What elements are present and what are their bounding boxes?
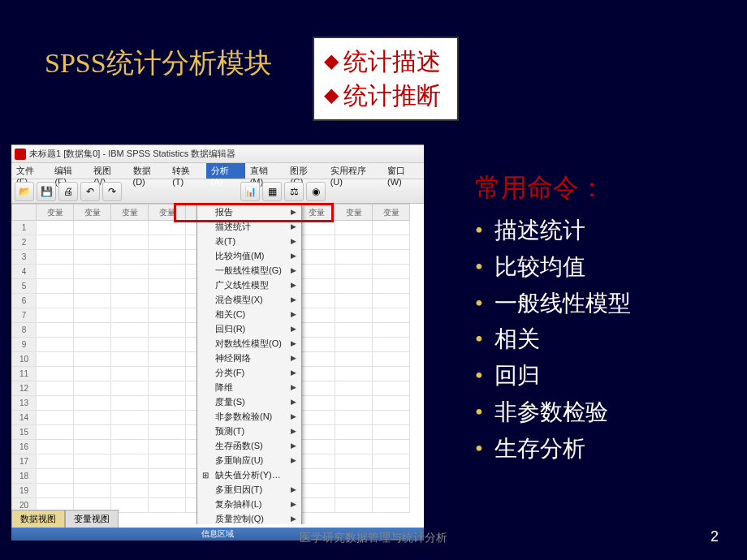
- row-num[interactable]: 10: [12, 352, 37, 367]
- diamond-icon: ◆: [324, 82, 339, 110]
- submenu-arrow-icon: ▶: [291, 354, 296, 362]
- menu-view[interactable]: 视图(V): [89, 163, 127, 179]
- menu-file[interactable]: 文件(F): [11, 163, 50, 179]
- tab-data-view[interactable]: 数据视图: [11, 510, 65, 528]
- analyze-dropdown[interactable]: 报告▶ 描述统计▶ 表(T)▶ 比较均值(M)▶ 一般线性模型(G)▶ 广义线性…: [196, 204, 302, 524]
- col-header[interactable]: 变量: [37, 205, 74, 221]
- command-list: 描述统计 比较均值 一般线性模型 相关 回归 非参数检验 生存分析: [475, 213, 631, 467]
- footer-text: 医学研究数据管理与统计分析: [300, 531, 447, 545]
- list-item: 生存分析: [475, 431, 631, 467]
- menu-tables[interactable]: 表(T)▶: [197, 234, 301, 248]
- open-icon[interactable]: 📂: [15, 182, 34, 201]
- col-header[interactable]: 变量: [149, 205, 186, 221]
- menu-graphs[interactable]: 图形(G): [285, 163, 325, 179]
- menu-utilities[interactable]: 实用程序(U): [326, 163, 382, 179]
- menu-compare-means[interactable]: 比较均值(M)▶: [197, 248, 301, 263]
- menu-loglinear[interactable]: 对数线性模型(O)▶: [197, 336, 301, 351]
- col-header[interactable]: 变量: [111, 205, 149, 221]
- row-num[interactable]: 6: [12, 294, 37, 308]
- save-icon[interactable]: 💾: [37, 182, 56, 201]
- menu-analyze[interactable]: 分析(A): [206, 163, 245, 179]
- menu-transform[interactable]: 转换(T): [167, 163, 205, 179]
- col-header[interactable]: 变量: [298, 205, 335, 221]
- list-item: 非参数检验: [475, 394, 631, 431]
- menu-direct[interactable]: 直销(M): [245, 163, 286, 179]
- chart-icon[interactable]: 📊: [240, 182, 260, 201]
- submenu-arrow-icon: ▶: [291, 442, 296, 450]
- menu-regression[interactable]: 回归(R)▶: [197, 321, 301, 336]
- app-icon: [15, 149, 26, 160]
- menu-neural[interactable]: 神经网络▶: [197, 351, 301, 365]
- menu-glm[interactable]: 一般线性模型(G)▶: [197, 263, 301, 278]
- view-tabs[interactable]: 数据视图 变量视图: [11, 510, 119, 528]
- row-num[interactable]: 3: [12, 250, 37, 265]
- row-num[interactable]: 9: [12, 338, 37, 352]
- list-item: 回归: [475, 358, 631, 394]
- menu-scale[interactable]: 度量(S)▶: [197, 394, 301, 409]
- menu-multiple-imputation[interactable]: 多重归因(T)▶: [197, 482, 301, 497]
- menu-nonparametric[interactable]: 非参数检验(N)▶: [197, 409, 301, 424]
- submenu-arrow-icon: ▶: [291, 295, 296, 304]
- col-header[interactable]: 变量: [373, 205, 410, 221]
- row-num[interactable]: 11: [12, 367, 37, 381]
- menu-quality[interactable]: 质量控制(Q)▶: [197, 511, 301, 524]
- menu-classify[interactable]: 分类(F)▶: [197, 365, 301, 380]
- menu-edit[interactable]: 编辑(E): [50, 163, 89, 179]
- right-title: 常用命令：: [475, 170, 631, 206]
- submenu-arrow-icon: ▶: [291, 266, 296, 274]
- menu-descriptives[interactable]: 描述统计▶: [197, 219, 301, 234]
- menu-report[interactable]: 报告▶: [197, 205, 301, 219]
- missing-icon: ⊞: [200, 469, 211, 480]
- row-num[interactable]: 7: [12, 308, 37, 323]
- menu-missing[interactable]: ⊞缺失值分析(Y)…: [197, 467, 301, 482]
- row-num[interactable]: 15: [12, 425, 37, 440]
- row-num[interactable]: 16: [12, 440, 37, 454]
- stats-box: ◆ 统计描述 ◆ 统计推断: [313, 37, 459, 121]
- row-num[interactable]: 8: [12, 323, 37, 338]
- submenu-arrow-icon: ▶: [291, 456, 296, 464]
- menu-data[interactable]: 数据(D): [128, 163, 168, 179]
- submenu-arrow-icon: ▶: [291, 368, 296, 377]
- menubar[interactable]: 文件(F) 编辑(E) 视图(V) 数据(D) 转换(T) 分析(A) 直销(M…: [11, 163, 424, 179]
- row-num[interactable]: 5: [12, 279, 37, 294]
- menu-generalized[interactable]: 广义线性模型▶: [197, 278, 301, 292]
- row-num[interactable]: 13: [12, 396, 37, 411]
- list-item: 比较均值: [475, 249, 631, 286]
- menu-complex-samples[interactable]: 复杂抽样(L)▶: [197, 497, 301, 511]
- list-item: 一般线性模型: [475, 286, 631, 322]
- row-num[interactable]: 18: [12, 469, 37, 484]
- row-num[interactable]: 17: [12, 454, 37, 469]
- submenu-arrow-icon: ▶: [291, 339, 296, 347]
- menu-correlate[interactable]: 相关(C)▶: [197, 307, 301, 321]
- page-number: 2: [710, 528, 719, 545]
- submenu-arrow-icon: ▶: [291, 281, 296, 289]
- print-icon[interactable]: 🖨: [58, 182, 78, 201]
- menu-multiresponse[interactable]: 多重响应(U)▶: [197, 453, 301, 467]
- menu-survival[interactable]: 生存函数(S)▶: [197, 438, 301, 453]
- col-header[interactable]: 变量: [74, 205, 111, 221]
- col-header[interactable]: 变量: [335, 205, 373, 221]
- row-num[interactable]: 4: [12, 265, 37, 279]
- row-num[interactable]: 14: [12, 411, 37, 425]
- list-item: 相关: [475, 321, 631, 358]
- row-num[interactable]: 19: [12, 484, 37, 498]
- submenu-arrow-icon: ▶: [291, 485, 296, 493]
- misc-icon[interactable]: ◉: [306, 182, 326, 201]
- undo-icon[interactable]: ↷: [102, 182, 122, 201]
- menu-window[interactable]: 窗口(W): [382, 163, 424, 179]
- stats-item-1: ◆ 统计描述: [324, 45, 441, 79]
- data-grid[interactable]: 变量 变量 变量 变量 变量 变量 变量 变量 变量 变量 1 2 3 4 5 …: [11, 204, 424, 524]
- menu-reduction[interactable]: 降维▶: [197, 380, 301, 394]
- grid-icon[interactable]: ▦: [262, 182, 282, 201]
- row-num[interactable]: 2: [12, 235, 37, 250]
- stats-text-2: 统计推断: [343, 79, 441, 113]
- diamond-icon: ◆: [324, 48, 339, 75]
- row-num[interactable]: 12: [12, 381, 37, 396]
- recall-icon[interactable]: ↶: [80, 182, 100, 201]
- tab-variable-view[interactable]: 变量视图: [65, 510, 119, 528]
- stats-item-2: ◆ 统计推断: [324, 79, 441, 113]
- menu-forecast[interactable]: 预测(T)▶: [197, 424, 301, 438]
- scale-icon[interactable]: ⚖: [284, 182, 304, 201]
- row-num[interactable]: 1: [12, 221, 37, 235]
- menu-mixed[interactable]: 混合模型(X)▶: [197, 292, 301, 307]
